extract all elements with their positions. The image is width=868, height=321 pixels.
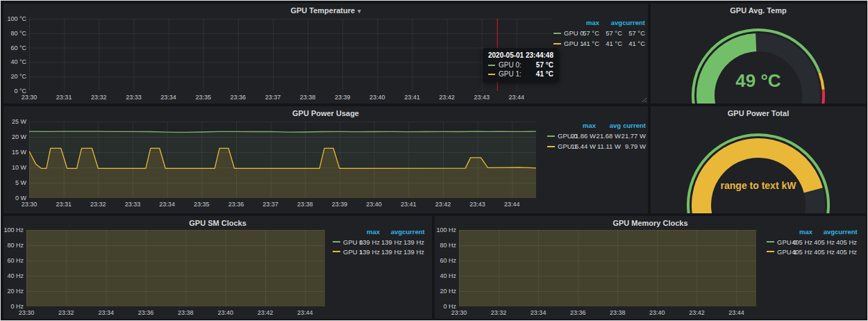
- gauge-value-text: 49 °C: [651, 70, 866, 92]
- legend-series-name[interactable]: GPU 0: [564, 29, 576, 37]
- x-tick-label: 23:36: [564, 309, 592, 316]
- legend-value: 41 °C: [622, 40, 645, 47]
- gpu-sm-clocks-plot-area[interactable]: [26, 230, 325, 306]
- series-dash-icon: [547, 135, 555, 137]
- panel-title-gpu-power-usage[interactable]: GPU Power Usage: [3, 106, 648, 120]
- x-tick-label: 23:38: [172, 309, 199, 316]
- x-tick-label: 23:30: [12, 309, 40, 316]
- x-tick-label: 23:32: [52, 309, 80, 316]
- legend-header-max[interactable]: max: [790, 227, 812, 237]
- x-tick-label: 23:42: [429, 201, 457, 208]
- series-dash-icon: [553, 43, 561, 44]
- legend-header-max[interactable]: max: [571, 120, 596, 131]
- legend-value: 57 °C: [622, 29, 645, 37]
- x-tick-label: 23:33: [119, 201, 147, 208]
- panel-title-text: GPU SM Clocks: [189, 219, 247, 227]
- legend-value: 21.77 W: [621, 132, 646, 140]
- x-tick-label: 23:36: [132, 309, 160, 316]
- legend-header-avg[interactable]: avg: [380, 227, 402, 237]
- y-tick-label: 15 W: [3, 149, 26, 156]
- series-dash-icon: [333, 251, 340, 252]
- legend-header: maxavgcurrent: [333, 227, 424, 237]
- x-tick-label: 23:44: [503, 94, 531, 101]
- legend-series-name[interactable]: GPU 1: [343, 248, 358, 256]
- legend-value: 11.11 W: [596, 142, 621, 150]
- legend-header-current[interactable]: current: [835, 227, 857, 237]
- gpu-temperature-plot-area[interactable]: [29, 19, 551, 91]
- legend-header: maxavgcurrent: [767, 227, 857, 237]
- y-tick-label: 40 °C: [3, 58, 26, 65]
- legend-value: 139 Hz: [402, 248, 424, 256]
- x-tick-label: 23:40: [212, 309, 240, 316]
- legend-header-current[interactable]: current: [621, 120, 646, 131]
- panel-title-gpu-temperature[interactable]: GPU Temperature▾: [3, 3, 648, 17]
- x-tick-label: 23:36: [224, 94, 252, 101]
- x-tick-label: 23:34: [155, 94, 183, 101]
- legend-header-avg[interactable]: avg: [599, 17, 622, 28]
- legend: maxavgcurrentGPU 0405 Hz405 Hz405 HzGPU …: [767, 227, 857, 256]
- x-tick-label: 23:30: [15, 94, 43, 101]
- x-tick-label: 23:34: [524, 309, 552, 316]
- panel-gpu-temperature: GPU Temperature▾ 0 °C20 °C40 °C60 °C80 °…: [3, 3, 648, 104]
- tooltip-timestamp: 2020-05-01 23:44:48: [488, 51, 553, 59]
- legend: maxavgcurrentGPU 0139 Hz139 Hz139 HzGPU …: [333, 227, 424, 256]
- gpu-sm-clocks-chart[interactable]: 0 Hz20 Hz40 Hz60 Hz80 Hz100 Hz23:3023:32…: [3, 216, 432, 319]
- y-tick-label: 40 Hz: [3, 272, 24, 279]
- gauge-value-text: range to text kW: [651, 180, 866, 191]
- legend-header-current[interactable]: current: [622, 17, 645, 28]
- legend-header-max[interactable]: max: [358, 227, 380, 237]
- tooltip-row: GPU 1: 41 °C: [488, 70, 553, 78]
- series-fill-gpu-1: [459, 230, 756, 306]
- legend-series-name[interactable]: GPU 0: [777, 238, 790, 246]
- legend-value: 139 Hz: [358, 238, 380, 246]
- gpu-memory-clocks-plot-area[interactable]: [459, 230, 756, 306]
- graph-tooltip: 2020-05-01 23:44:48 GPU 0: 57 °C GPU 1: …: [483, 48, 559, 82]
- gpu-power-usage-chart[interactable]: 0 W5 W10 W15 W20 W25 W23:3023:3123:3223:…: [3, 106, 648, 213]
- gpu-power-usage-plot-area[interactable]: [29, 122, 536, 198]
- legend-series-name[interactable]: GPU 1: [777, 248, 790, 256]
- y-tick-label: 20 °C: [3, 73, 26, 80]
- series-dash-icon: [553, 33, 561, 34]
- legend-series-gpu-1: GPU 1405 Hz405 Hz405 Hz: [767, 247, 857, 256]
- panel-menu-caret-icon[interactable]: ▾: [358, 8, 361, 15]
- panel-title-text: GPU Avg. Temp: [730, 6, 787, 15]
- legend-value: 405 Hz: [790, 238, 812, 246]
- legend-value: 41 °C: [599, 40, 622, 47]
- x-tick-label: 23:30: [445, 309, 473, 316]
- legend-series-name[interactable]: GPU 0: [558, 132, 571, 140]
- legend-header-avg[interactable]: avg: [596, 120, 621, 131]
- x-tick-label: 23:41: [394, 201, 422, 208]
- x-tick-label: 23:31: [50, 201, 78, 208]
- y-tick-label: 5 W: [3, 179, 26, 186]
- y-tick-label: 60 °C: [3, 44, 26, 51]
- x-tick-label: 23:35: [187, 201, 215, 208]
- legend-series-gpu-0: GPU 0405 Hz405 Hz405 Hz: [767, 237, 857, 247]
- legend-series-name[interactable]: GPU 0: [343, 238, 358, 246]
- legend-value: 21.86 W: [571, 132, 596, 140]
- y-tick-label: 80 Hz: [435, 242, 456, 249]
- legend-header: maxavgcurrent: [553, 17, 645, 28]
- x-tick-label: 23:39: [328, 94, 356, 101]
- x-tick-label: 23:43: [468, 94, 496, 101]
- panel-title-gpu-power-total[interactable]: GPU Power Total: [651, 106, 866, 120]
- gpu-memory-clocks-chart[interactable]: 0 Hz20 Hz40 Hz60 Hz80 Hz100 Hz23:3023:32…: [435, 216, 866, 319]
- x-tick-label: 23:38: [294, 94, 322, 101]
- x-tick-label: 23:36: [222, 201, 250, 208]
- legend-value: 139 Hz: [380, 238, 402, 246]
- panel-title-gpu-avg-temp[interactable]: GPU Avg. Temp: [651, 3, 866, 17]
- gpu-power-total-gauge-arc: [651, 119, 866, 213]
- tooltip-row: GPU 0: 57 °C: [488, 61, 553, 69]
- legend-series-name[interactable]: GPU 1: [558, 142, 571, 150]
- legend-value: 139 Hz: [380, 248, 402, 256]
- panel-gpu-power-usage: GPU Power Usage 0 W5 W10 W15 W20 W25 W23…: [3, 106, 648, 213]
- legend-series-name[interactable]: GPU 1: [564, 40, 576, 47]
- legend-header-current[interactable]: current: [402, 227, 424, 237]
- legend-header-avg[interactable]: avg: [812, 227, 835, 237]
- y-tick-label: 40 Hz: [435, 272, 456, 279]
- legend-header-max[interactable]: max: [576, 17, 599, 28]
- legend-series-gpu-1: GPU 116.44 W11.11 W9.79 W: [547, 141, 646, 151]
- x-tick-label: 23:44: [291, 309, 319, 316]
- legend-value: 139 Hz: [402, 238, 424, 246]
- panel-gpu-power-total: GPU Power Total range to text kW: [651, 106, 866, 213]
- legend-value: 405 Hz: [812, 248, 835, 256]
